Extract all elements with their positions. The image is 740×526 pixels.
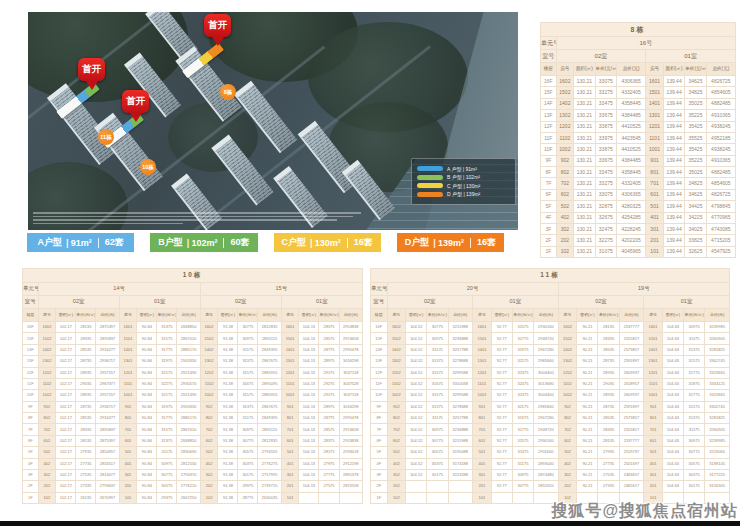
- room-no-cell: 301: [473, 469, 492, 480]
- unit-price-cell: 33975: [595, 132, 616, 143]
- room-no-cell: 1301: [644, 356, 663, 367]
- unit-price-cell: 30975: [238, 424, 258, 435]
- area-cell: 104.63: [662, 390, 683, 401]
- area-cell: 91.38: [218, 481, 238, 492]
- room-no-cell: 802: [200, 413, 218, 424]
- total-price-cell: 3323665: [705, 390, 730, 401]
- floor-col-header: 楼层: [23, 309, 39, 322]
- total-price-cell: 2875397: [96, 322, 119, 333]
- room-no-cell: 302: [387, 469, 406, 480]
- area-cell: 130.21: [574, 189, 595, 200]
- total-price-cell: 4743085: [706, 223, 735, 234]
- area-cell: 91.38: [218, 424, 238, 435]
- area-cell: 102.17: [56, 333, 76, 344]
- total-price-cell: 3278688: [448, 356, 473, 367]
- unit-price-cell: 31975: [512, 413, 533, 424]
- floor-cell: 1F: [23, 492, 39, 503]
- total-price-cell: 2519737: [619, 447, 644, 458]
- table-row: 15F1502104.52309753236888150192.77317752…: [371, 333, 730, 344]
- unit-price-cell: 28175: [319, 447, 339, 458]
- room-no-cell: 401: [281, 458, 299, 469]
- total-price-cell: 2630035: [258, 492, 281, 503]
- table-row: 12F1202104.52315753299588120192.77323753…: [371, 367, 730, 378]
- total-price-cell: 4882485: [706, 167, 735, 178]
- unit-price-cell: 30375: [238, 458, 258, 469]
- area-cell: 90.84: [137, 492, 157, 503]
- area-cell: 104.63: [662, 481, 683, 492]
- area-cell: 139.44: [663, 235, 684, 246]
- unit-price-cell: 28535: [76, 344, 96, 355]
- area-cell: 90.84: [137, 424, 157, 435]
- room-no-cell: 1302: [387, 356, 406, 367]
- banner-count: 16套: [354, 236, 373, 249]
- unit-price-cell: 27935: [598, 447, 619, 458]
- room-no-cell: 101: [281, 492, 299, 503]
- area-cell: 92.77: [491, 390, 512, 401]
- unit-price-cell: 31675: [238, 378, 258, 389]
- area-cell: 104.52: [406, 322, 427, 333]
- room-no-cell: 1401: [119, 344, 137, 355]
- area-cell: 90.84: [137, 367, 157, 378]
- room-no-cell: 701: [119, 424, 137, 435]
- disclaimer-text-lines: [33, 212, 363, 226]
- area-cell: 90.21: [577, 447, 598, 458]
- area-cell: 130.21: [574, 144, 595, 155]
- unit-price-cell: 33075: [595, 76, 616, 87]
- total-price-cell: 3156305: [705, 481, 730, 492]
- total-price-cell: 3047528: [339, 378, 362, 389]
- area-cell: 104.52: [406, 401, 427, 412]
- total-price-cell: 4228245: [617, 223, 646, 234]
- unit-price-cell: 31575: [157, 424, 177, 435]
- area-cell: 90.21: [577, 413, 598, 424]
- unit-price-cell: 35225: [685, 110, 706, 121]
- area-cell: 92.77: [491, 413, 512, 424]
- unit-price-cell: 35425: [685, 121, 706, 132]
- area-cell: 130.21: [574, 246, 595, 257]
- total-price-cell: 2812530: [177, 458, 200, 469]
- table-row: 16F1602102.17281352875397160190.84313752…: [23, 322, 363, 333]
- area-cell: 90.21: [577, 390, 598, 401]
- unit-price-cell: 31575: [238, 367, 258, 378]
- total-price-cell: 3013680: [534, 378, 559, 389]
- unit-price-cell: 31775: [684, 390, 705, 401]
- table-row: 5F502130.21328754280325501139.4434425479…: [541, 201, 736, 212]
- legend-color-bar: [417, 166, 443, 171]
- area-cell: 102.17: [56, 356, 76, 367]
- room-no-cell: 1202: [200, 367, 218, 378]
- room-no-cell: 1302: [38, 356, 56, 367]
- total-price-cell: 2870558: [339, 481, 362, 492]
- unit-price-cell: 28775: [238, 492, 258, 503]
- room-no-cell: 1202: [558, 367, 577, 378]
- col-header: 总价(元): [339, 309, 362, 322]
- area-cell: 104.52: [406, 390, 427, 401]
- room-label: 室号: [23, 296, 39, 309]
- col-header: 房号: [558, 309, 577, 322]
- total-price-cell: 2591897: [619, 356, 644, 367]
- total-price-cell: 3323665: [705, 367, 730, 378]
- room-no-cell: 401: [644, 458, 663, 469]
- unit-price-cell: 31175: [684, 424, 705, 435]
- area-cell: 139.44: [663, 223, 684, 234]
- room-no-cell: 902: [556, 155, 574, 166]
- area-cell: 104.52: [406, 367, 427, 378]
- area-cell: 91.38: [218, 390, 238, 401]
- area-cell: 130.21: [574, 178, 595, 189]
- unit-price-cell: 33675: [595, 155, 616, 166]
- floor-cell: 6F: [23, 435, 39, 446]
- area-cell: 90.84: [137, 435, 157, 446]
- room-no-cell: 601: [281, 435, 299, 446]
- unit-price-cell: 32475: [595, 223, 616, 234]
- room-no-cell: 602: [387, 435, 406, 446]
- unit-price-cell: 31375: [157, 435, 177, 446]
- unit-price-cell: 33275: [595, 178, 616, 189]
- unit-price-cell: 31375: [684, 413, 705, 424]
- area-cell: 104.63: [662, 413, 683, 424]
- area-cell: 90.21: [577, 322, 598, 333]
- unit-price-cell: 30575: [684, 458, 705, 469]
- total-price-cell: 2794370: [177, 469, 200, 480]
- area-cell: 139.44: [663, 87, 684, 98]
- col-header: 面积(㎡): [406, 309, 427, 322]
- unit-price-cell: 28535: [598, 344, 619, 355]
- floor-cell: 13F: [371, 356, 388, 367]
- unit-price-cell: 31575: [238, 390, 258, 401]
